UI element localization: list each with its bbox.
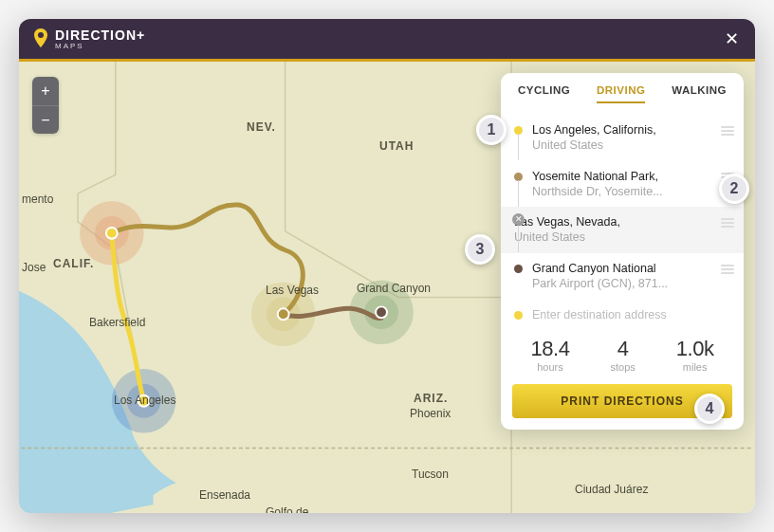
stat-miles: 1.0k miles	[676, 337, 714, 373]
svg-point-12	[376, 306, 387, 318]
map-label-golfo: Golfo de	[266, 505, 308, 513]
stop-dot-icon	[514, 126, 523, 135]
map-label-losangeles: Los Angeles	[114, 394, 175, 407]
stop-line1: Grand Canyon National	[532, 261, 711, 276]
map-area[interactable]: mento Jose NEV. UTAH CALIF. ARIZ. Bakers…	[19, 59, 755, 513]
map-label-juarez: Ciudad Juárez	[575, 483, 648, 496]
brand-subtitle: MAPS	[55, 43, 145, 50]
tab-cycling[interactable]: CYCLING	[518, 84, 570, 103]
stat-hours-label: hours	[531, 361, 570, 373]
stat-miles-value: 1.0k	[676, 337, 714, 361]
destination-input[interactable]: Enter destination address	[501, 299, 744, 327]
stop-row[interactable]: ✕ Las Vegas, Nevada, United States	[501, 207, 744, 253]
map-label-bakersfield: Bakersfield	[89, 316, 145, 329]
route-stats: 18.4 hours 4 stops 1.0k miles	[501, 327, 744, 380]
app-header: DIRECTION+ MAPS ✕	[19, 19, 755, 59]
close-icon: ✕	[725, 28, 739, 49]
map-label-phoenix: Phoenix	[410, 407, 451, 420]
map-label-ariz: ARIZ.	[414, 392, 448, 405]
mode-tabs: CYCLING DRIVING WALKING	[501, 73, 744, 111]
zoom-out-button[interactable]: −	[32, 105, 59, 134]
stop-dot-icon	[514, 173, 523, 181]
map-label-ensenada: Ensenada	[199, 488, 250, 502]
drag-handle-icon[interactable]	[721, 126, 734, 136]
drag-handle-icon[interactable]	[721, 265, 734, 274]
stop-line1: Las Vegas, Nevada,	[514, 214, 711, 229]
brand-title: DIRECTION+	[55, 28, 145, 42]
svg-point-11	[278, 308, 289, 320]
svg-point-9	[106, 228, 118, 239]
destination-placeholder: Enter destination address	[532, 308, 667, 321]
stop-line2: Park Airport (GCN), 871...	[532, 276, 711, 291]
stop-line1: Los Angeles, Californis,	[532, 122, 711, 138]
map-label-nev: NEV.	[247, 120, 276, 134]
stops-list: Los Angeles, Californis, United States Y…	[501, 111, 744, 299]
stop-dot-icon	[514, 265, 523, 273]
brand: DIRECTION+ MAPS	[32, 28, 145, 50]
callout-badge-3: 3	[465, 234, 495, 265]
map-label-tucson: Tucson	[412, 468, 449, 481]
stat-hours-value: 18.4	[531, 337, 570, 361]
stat-stops: 4 stops	[610, 337, 635, 373]
zoom-in-button[interactable]: +	[32, 77, 59, 105]
tab-driving[interactable]: DRIVING	[597, 84, 645, 103]
drag-handle-icon[interactable]	[721, 218, 734, 228]
stop-line1: Yosemite National Park,	[532, 169, 711, 184]
map-label-mento: mento	[22, 193, 53, 206]
stop-line2: United States	[532, 138, 711, 153]
close-button[interactable]: ✕	[721, 28, 742, 49]
stat-miles-label: miles	[676, 361, 714, 373]
app-window: DIRECTION+ MAPS ✕	[19, 19, 755, 513]
callout-badge-4: 4	[694, 394, 725, 424]
map-label-jose: Jose	[22, 261, 46, 274]
pin-icon	[32, 28, 49, 49]
directions-panel: CYCLING DRIVING WALKING Los Angeles, Cal…	[501, 73, 744, 430]
destination-dot-icon	[514, 311, 523, 320]
callout-badge-2: 2	[719, 174, 749, 204]
zoom-control: + −	[32, 77, 59, 134]
stop-line2: Northside Dr, Yosemite...	[532, 184, 711, 199]
stop-line2: United States	[514, 229, 711, 245]
map-label-lasvegas: Las Vegas	[266, 284, 319, 297]
stat-hours: 18.4 hours	[531, 337, 570, 373]
stat-stops-value: 4	[610, 337, 635, 361]
tab-walking[interactable]: WALKING	[672, 84, 727, 103]
stop-row[interactable]: Grand Canyon National Park Airport (GCN)…	[501, 253, 744, 300]
map-label-grandcanyon: Grand Canyon	[357, 282, 431, 295]
stop-row[interactable]: Yosemite National Park, Northside Dr, Yo…	[501, 161, 744, 208]
map-label-utah: UTAH	[379, 139, 414, 153]
remove-stop-button[interactable]: ✕	[512, 213, 525, 226]
stat-stops-label: stops	[610, 361, 635, 373]
map-label-calif: CALIF.	[53, 257, 94, 270]
stop-row[interactable]: Los Angeles, Californis, United States	[501, 115, 744, 161]
callout-badge-1: 1	[476, 115, 507, 145]
